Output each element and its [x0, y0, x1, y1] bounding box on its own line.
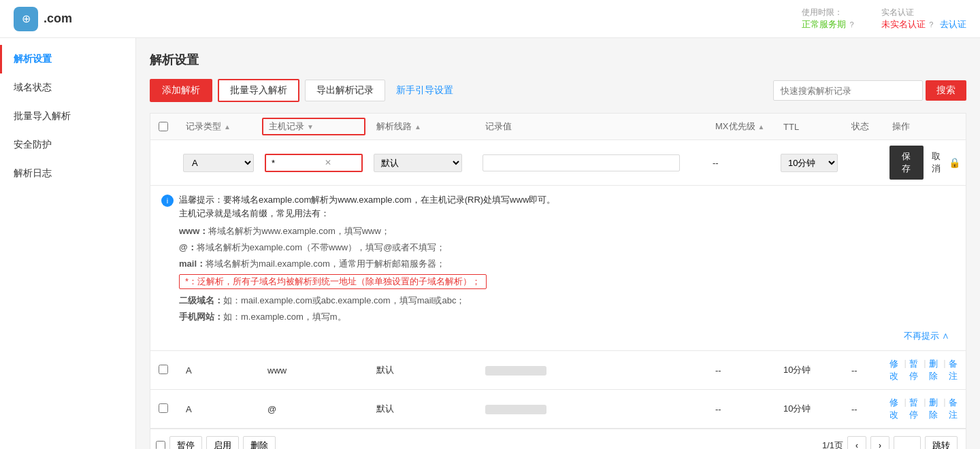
next-page-button[interactable]: ›: [870, 436, 889, 449]
search-input[interactable]: [773, 80, 923, 101]
sidebar-item-security[interactable]: 安全防护: [0, 131, 135, 159]
row2-note-link[interactable]: 备注: [949, 397, 960, 421]
info-icon: i: [161, 195, 174, 207]
logo-text: .com: [44, 12, 72, 26]
prev-page-button[interactable]: ‹: [847, 436, 866, 449]
toolbar-right: 搜索: [773, 80, 966, 101]
guide-button[interactable]: 新手引导设置: [391, 80, 459, 101]
search-wrap: 搜索: [773, 80, 966, 101]
info-panel: i 温馨提示：要将域名example.com解析为www.example.com…: [150, 186, 966, 351]
row1-line: 默认: [368, 364, 477, 376]
bottom-checkbox[interactable]: [156, 441, 165, 449]
add-row-value-cell: [477, 154, 707, 171]
info-details: www：将域名解析为www.example.com，填写www； @：将域名解析…: [179, 225, 955, 323]
sidebar: 解析设置 域名状态 批量导入解析 安全防护 解析日志: [0, 38, 136, 449]
header-record-value: 记录值: [477, 120, 707, 133]
usage-help-icon: ?: [850, 20, 854, 29]
add-row-ttl-cell: 10分钟 30分钟 1小时 12小时 1天: [775, 154, 843, 172]
auth-info: 实名认证 未实名认证 ? 去认证: [881, 7, 966, 31]
usage-label: 使用时限：: [802, 7, 854, 18]
top-bar-right: 使用时限： 正常服务期 ? 实名认证 未实名认证 ? 去认证: [802, 7, 966, 31]
batch-delete-button[interactable]: 删除: [243, 436, 276, 449]
top-bar: ⊕ .com 使用时限： 正常服务期 ? 实名认证 未实名认证 ? 去认证: [0, 0, 980, 38]
row2-edit-link[interactable]: 修改: [889, 397, 901, 421]
parse-line-select[interactable]: 默认 电信 联通 移动 教育网 境外: [374, 154, 462, 172]
row1-type: A: [178, 365, 259, 376]
row1-checkbox[interactable]: [150, 365, 178, 376]
record-value-input[interactable]: [483, 154, 680, 171]
row2-blurred-value: [485, 405, 546, 414]
row2-checkbox-input[interactable]: [159, 403, 168, 413]
add-dns-button[interactable]: 添加解析: [150, 79, 212, 102]
table-bottom-bar: 暂停 启用 删除 1/1页 ‹ › 跳转: [150, 429, 966, 449]
row1-blurred-value: [485, 366, 546, 376]
sort-mx-icon[interactable]: ▲: [758, 123, 765, 131]
pagination: 1/1页 ‹ › 跳转: [477, 436, 966, 449]
row2-mx: --: [707, 404, 775, 414]
row1-edit-link[interactable]: 修改: [889, 358, 901, 382]
header-mx-priority: MX优先级 ▲: [707, 120, 775, 133]
row1-mx: --: [707, 365, 775, 376]
dns-table: 记录类型 ▲ 主机记录 ▼ 解析线路 ▲ 记录值 MX优先级 ▲: [150, 113, 966, 449]
sort-parse-line-icon[interactable]: ▲: [414, 123, 421, 131]
row2-line: 默认: [368, 403, 477, 415]
add-row-type-cell: A CNAME MX TXT NS AAAA: [178, 154, 259, 172]
page-title: 解析设置: [150, 52, 966, 68]
ttl-select[interactable]: 10分钟 30分钟 1小时 12小时 1天: [781, 154, 838, 172]
row2-status: --: [843, 404, 884, 414]
row1-note-link[interactable]: 备注: [949, 358, 960, 382]
page-number-input[interactable]: [894, 436, 921, 449]
header-checkbox[interactable]: [150, 120, 178, 133]
row2-pause-link[interactable]: 暂停: [909, 397, 921, 421]
batch-enable-button[interactable]: 启用: [206, 436, 239, 449]
mx-default-value: --: [713, 158, 719, 168]
info-header: i 温馨提示：要将域名example.com解析为www.example.com…: [161, 194, 955, 220]
table-header: 记录类型 ▲ 主机记录 ▼ 解析线路 ▲ 记录值 MX优先级 ▲: [150, 114, 966, 140]
sort-record-type-icon[interactable]: ▲: [224, 123, 231, 131]
layout: 解析设置 域名状态 批量导入解析 安全防护 解析日志 解析设置 添加解析 批量导…: [0, 38, 980, 449]
header-status: 状态: [843, 120, 884, 133]
help-icon-button[interactable]: 🔒: [949, 157, 960, 168]
cancel-button[interactable]: 取消: [926, 147, 947, 178]
page-info: 1/1页: [822, 439, 843, 449]
save-button[interactable]: 保存: [889, 146, 924, 180]
row1-actions: 修改 | 暂停 | 删除 | 备注: [884, 358, 966, 382]
auth-link[interactable]: 去认证: [940, 19, 966, 29]
export-button[interactable]: 导出解析记录: [305, 80, 385, 101]
select-all-checkbox[interactable]: [159, 122, 168, 131]
sidebar-item-dns-log[interactable]: 解析日志: [0, 159, 135, 188]
row2-type: A: [178, 404, 259, 414]
header-ttl: TTL: [775, 120, 843, 133]
row1-checkbox-input[interactable]: [159, 365, 168, 374]
no-show-link[interactable]: 不再提示 ∧: [161, 327, 955, 342]
host-record-input[interactable]: [269, 155, 323, 171]
row2-delete-link[interactable]: 删除: [929, 397, 941, 421]
record-type-select[interactable]: A CNAME MX TXT NS AAAA: [183, 154, 254, 172]
table-row: A @ 默认 -- 10分钟 -- 修改 | 暂停 | 删除 | 备注: [150, 390, 966, 429]
info-wildcard: *：泛解析，所有子域名均被解析到统一地址（除单独设置的子域名解析）；: [179, 274, 955, 290]
row2-checkbox[interactable]: [150, 403, 178, 415]
row2-ttl: 10分钟: [775, 403, 843, 415]
sidebar-item-dns-settings[interactable]: 解析设置: [0, 45, 135, 73]
info-subdomain: 二级域名：如：mail.example.com或abc.example.com，…: [179, 295, 955, 307]
info-www: www：将域名解析为www.example.com，填写www；: [179, 225, 955, 237]
toolbar-left: 添加解析 批量导入解析 导出解析记录 新手引导设置: [150, 79, 459, 102]
batch-import-button[interactable]: 批量导入解析: [218, 79, 299, 102]
info-at: @：将域名解析为example.com（不带www），填写@或者不填写；: [179, 242, 955, 254]
auth-help-icon: ?: [929, 20, 933, 29]
sort-host-record-icon[interactable]: ▼: [307, 123, 314, 131]
info-line2: 主机记录就是域名前缀，常见用法有：: [179, 207, 555, 220]
sidebar-item-batch-import[interactable]: 批量导入解析: [0, 102, 135, 131]
row1-status: --: [843, 365, 884, 376]
row1-pause-link[interactable]: 暂停: [909, 358, 921, 382]
host-clear-icon[interactable]: ✕: [325, 158, 331, 167]
batch-pause-button[interactable]: 暂停: [169, 436, 202, 449]
search-button[interactable]: 搜索: [926, 80, 966, 101]
usage-value[interactable]: 正常服务期 ?: [802, 18, 854, 31]
header-host-record: 主机记录 ▼: [262, 118, 365, 135]
row1-host: www: [259, 365, 368, 376]
row1-delete-link[interactable]: 删除: [929, 358, 941, 382]
goto-page-button[interactable]: 跳转: [925, 436, 958, 449]
main-content: 解析设置 添加解析 批量导入解析 导出解析记录 新手引导设置 搜索: [136, 38, 980, 449]
sidebar-item-domain-status[interactable]: 域名状态: [0, 73, 135, 102]
